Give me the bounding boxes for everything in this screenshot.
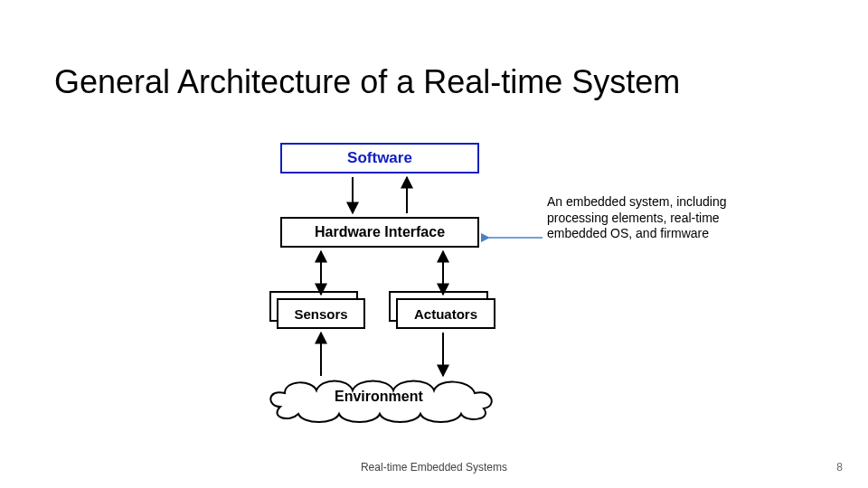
footer-text: Real-time Embedded Systems — [0, 461, 868, 474]
slide: General Architecture of a Real-time Syst… — [0, 0, 868, 488]
page-number: 8 — [836, 461, 843, 474]
slide-title: General Architecture of a Real-time Syst… — [54, 63, 680, 101]
architecture-diagram: Software Hardware Interface Sensors Actu… — [235, 136, 524, 434]
annotation-arrow-icon — [484, 231, 547, 244]
annotation-text: An embedded system, including processing… — [547, 194, 782, 242]
diagram-arrows — [235, 136, 524, 434]
